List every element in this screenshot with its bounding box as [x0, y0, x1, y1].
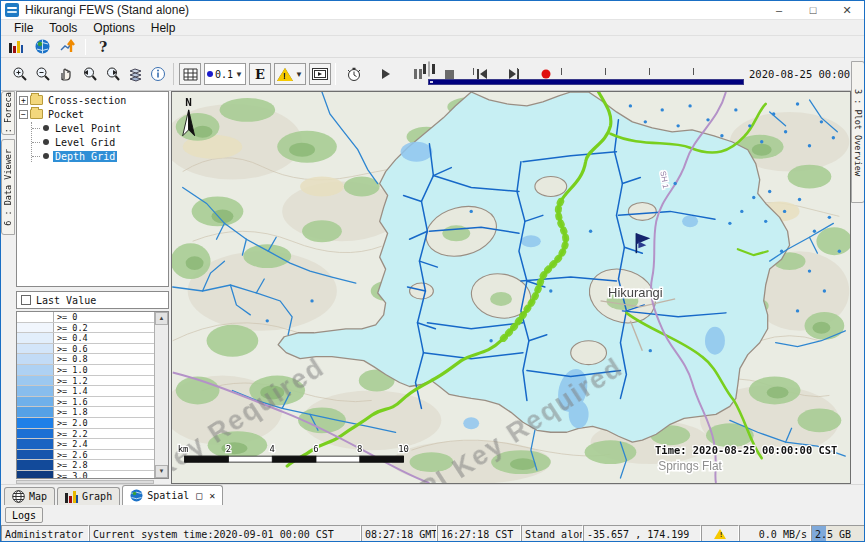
- tab-graph[interactable]: Graph: [57, 487, 120, 505]
- tab-spatial[interactable]: Spatial □ ✕: [122, 485, 223, 505]
- help-button[interactable]: ?: [94, 39, 112, 55]
- pan-hand-button[interactable]: [56, 64, 76, 84]
- slider-end-handle[interactable]: [423, 64, 426, 74]
- tab-close-icon[interactable]: ✕: [209, 490, 215, 501]
- map-svg: API Key Required API Key Required N Hiku…: [172, 92, 850, 483]
- status-local-time: 16:27:18 CST: [437, 525, 521, 542]
- legend-swatch: [17, 450, 54, 460]
- close-button[interactable]: ✕: [830, 1, 864, 19]
- legend-row: >= 2.8: [17, 460, 154, 471]
- expand-icon[interactable]: +: [19, 96, 28, 105]
- database-chart-button[interactable]: [7, 39, 25, 55]
- minimize-button[interactable]: –: [762, 1, 796, 19]
- warning-icon: !: [277, 68, 293, 81]
- tab-data-viewer[interactable]: 6 : Data Viewer: [1, 139, 15, 235]
- chevron-down-icon: ▼: [235, 70, 243, 79]
- tree-item-level-point[interactable]: Level Point: [32, 122, 168, 134]
- scale-bar-segments: [185, 456, 404, 462]
- timeseries-chart-button[interactable]: [59, 39, 77, 55]
- status-warning-cell[interactable]: !: [701, 525, 739, 542]
- globe-icon: [130, 489, 143, 502]
- menu-help[interactable]: Help: [144, 21, 183, 35]
- menu-options[interactable]: Options: [86, 21, 141, 35]
- zoom-previous-button[interactable]: [79, 64, 99, 84]
- grid-display-button[interactable]: [179, 63, 201, 85]
- legend-swatch: [17, 312, 54, 322]
- zoom-in-button[interactable]: [10, 64, 30, 84]
- status-user: Administrator: [1, 525, 89, 542]
- legend-swatch: [17, 365, 54, 375]
- scroll-up-icon[interactable]: ▲: [155, 312, 168, 325]
- legend-row: >= 0.6: [17, 344, 154, 355]
- legend-scrollbar[interactable]: ▲ ▼: [154, 312, 168, 478]
- right-tab-strip: 3 : Plot Overview: [851, 61, 865, 484]
- collapse-icon[interactable]: −: [19, 110, 28, 119]
- legend-row: >= 1.4: [17, 386, 154, 397]
- zoom-next-button[interactable]: [102, 64, 122, 84]
- animation-player-button[interactable]: [309, 63, 331, 85]
- legend-row: >= 2.4: [17, 439, 154, 450]
- slider-start-handle[interactable]: [432, 64, 435, 74]
- zoom-out-button[interactable]: [33, 64, 53, 84]
- left-tab-strip: 5 : Forecast 6 : Data Viewer: [1, 91, 16, 484]
- tree-item-depth-grid[interactable]: Depth Grid: [32, 150, 168, 162]
- bottom-tab-bar: Map Graph Spatial □ ✕: [1, 484, 865, 505]
- layers-button[interactable]: [125, 64, 145, 84]
- legend-swatch: [17, 439, 54, 449]
- time-slider-track[interactable]: [428, 61, 430, 77]
- legend-row: >= 0.2: [17, 323, 154, 334]
- svg-text:N: N: [185, 96, 192, 109]
- svg-text:6: 6: [313, 444, 318, 454]
- legend-table: >= 0 >= 0.2 >= 0.4 >= 0.6 >= 0.8 >= 1.0 …: [16, 311, 169, 479]
- menu-tools[interactable]: Tools: [42, 21, 84, 35]
- animation-timer-button[interactable]: [344, 64, 364, 84]
- app-window: Hikurangi FEWS (Stand alone) – □ ✕ File …: [0, 0, 865, 542]
- label-springs-flat: Springs Flat: [658, 459, 722, 473]
- legend-row: >= 3.0: [17, 471, 154, 479]
- label-hikurangi: Hikurangi: [608, 285, 663, 300]
- bullet-icon: [43, 153, 49, 159]
- time-slider[interactable]: [428, 62, 744, 88]
- legend-swatch: [17, 407, 54, 417]
- tree-item-cross-section[interactable]: + Cross-section: [17, 94, 168, 106]
- scroll-down-icon[interactable]: ▼: [155, 465, 168, 478]
- warning-icon: !: [714, 529, 726, 539]
- globe-button[interactable]: [33, 39, 51, 55]
- layer-tree: + Cross-section − Pocket Level Point Lev…: [16, 91, 169, 287]
- info-button[interactable]: [148, 64, 168, 84]
- grid-scale-value: 0.1: [215, 69, 233, 80]
- play-button[interactable]: [376, 64, 396, 84]
- legend-row: >= 2.2: [17, 429, 154, 440]
- legend-row: >= 0.8: [17, 354, 154, 365]
- maximize-button[interactable]: □: [796, 1, 830, 19]
- tab-map[interactable]: Map: [4, 487, 55, 505]
- tree-item-pocket[interactable]: − Pocket: [17, 108, 168, 120]
- legend-swatch: [17, 418, 54, 428]
- svg-text:2: 2: [226, 444, 231, 454]
- legend-row: >= 2.6: [17, 450, 154, 461]
- tree-item-level-grid[interactable]: Level Grid: [32, 136, 168, 148]
- bar-chart-icon: [65, 490, 78, 503]
- time-span-bar: [428, 79, 744, 85]
- main-toolbar: ?: [1, 36, 864, 58]
- legend-button[interactable]: E: [249, 63, 271, 85]
- status-coordinates: -35.657 , 174.199: [583, 525, 701, 542]
- legend-swatch: [17, 397, 54, 407]
- last-value-checkbox[interactable]: [21, 295, 31, 305]
- grid-scale-dropdown[interactable]: 0.1 ▼: [204, 63, 246, 85]
- left-panel: + Cross-section − Pocket Level Point Lev…: [16, 91, 171, 484]
- logs-row: Logs: [1, 505, 865, 525]
- map-time-label: Time: 2020-08-25 00:00:00 CST: [655, 444, 837, 456]
- toolbar-datetime: 2020-08-25 00:00:00 CST: [749, 68, 865, 80]
- svg-text:8: 8: [357, 444, 362, 454]
- tab-maximize-icon[interactable]: □: [196, 490, 202, 501]
- tab-forecast[interactable]: 5 : Forecast: [1, 91, 15, 135]
- last-value-row: Last Value: [16, 291, 169, 309]
- menu-file[interactable]: File: [7, 21, 40, 35]
- bullet-icon: [43, 125, 49, 131]
- logs-button[interactable]: Logs: [5, 507, 43, 523]
- legend-swatch: [17, 344, 54, 354]
- tab-plot-overview[interactable]: 3 : Plot Overview: [851, 61, 865, 203]
- warning-dropdown[interactable]: ! ▼: [274, 63, 306, 85]
- map-viewport[interactable]: API Key Required API Key Required N Hiku…: [171, 91, 851, 484]
